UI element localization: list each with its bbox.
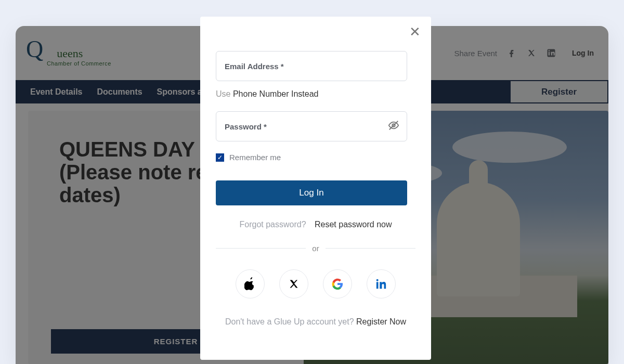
apple-login-button[interactable] xyxy=(236,269,265,298)
login-modal: ✕ Email Address * Use Phone Number Inste… xyxy=(200,17,431,360)
divider-line xyxy=(216,248,306,249)
use-phone-row: Use Phone Number Instead xyxy=(216,89,415,99)
password-label: Password * xyxy=(225,122,267,131)
remember-me-checkbox[interactable]: ✓ xyxy=(216,153,224,162)
eye-off-icon[interactable] xyxy=(388,120,399,133)
svg-rect-5 xyxy=(376,282,379,289)
svg-point-6 xyxy=(376,279,379,281)
linkedin-login-button[interactable] xyxy=(367,269,396,298)
use-phone-prefix: Use xyxy=(216,89,233,98)
google-login-button[interactable] xyxy=(323,269,352,298)
close-icon[interactable]: ✕ xyxy=(409,24,421,40)
no-account-row: Don't have a Glue Up account yet? Regist… xyxy=(216,317,415,327)
password-field[interactable]: Password * xyxy=(216,111,407,141)
remember-me-row: ✓ Remember me xyxy=(216,153,415,162)
reset-password-link[interactable]: Reset password now xyxy=(315,220,392,229)
forgot-password-label: Forgot password? xyxy=(239,220,306,229)
x-login-button[interactable] xyxy=(279,269,308,298)
forgot-password-row: Forgot password? Reset password now xyxy=(216,220,415,229)
divider: or xyxy=(216,244,415,253)
social-login-row xyxy=(216,269,415,298)
login-button[interactable]: Log In xyxy=(216,180,407,205)
divider-line xyxy=(326,248,415,249)
email-label: Email Address * xyxy=(225,62,284,71)
register-now-link[interactable]: Register Now xyxy=(356,317,406,326)
no-account-label: Don't have a Glue Up account yet? xyxy=(225,317,356,326)
divider-text: or xyxy=(312,244,319,253)
email-field[interactable]: Email Address * xyxy=(216,51,407,81)
use-phone-link[interactable]: Phone Number Instead xyxy=(233,89,319,98)
remember-me-label: Remember me xyxy=(229,153,281,162)
